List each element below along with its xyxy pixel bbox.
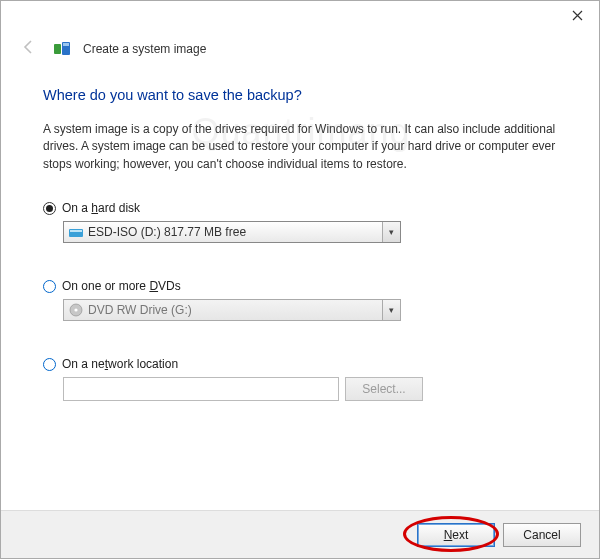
next-button[interactable]: Next	[417, 523, 495, 547]
svg-rect-4	[70, 230, 82, 232]
window-title: Create a system image	[83, 42, 206, 56]
chevron-down-icon: ▾	[382, 300, 400, 320]
system-image-icon	[53, 40, 71, 58]
radio-icon	[43, 358, 56, 371]
svg-point-6	[74, 309, 77, 312]
option-hard-disk: On a hard disk ESD-ISO (D:) 817.77 MB fr…	[43, 201, 559, 243]
radio-label-network: On a network location	[62, 357, 178, 371]
close-icon	[572, 10, 583, 21]
svg-rect-0	[54, 44, 61, 54]
radio-hard-disk[interactable]: On a hard disk	[43, 201, 559, 215]
back-button[interactable]	[17, 37, 41, 61]
radio-network[interactable]: On a network location	[43, 357, 559, 371]
svg-rect-2	[63, 43, 69, 46]
radio-label-dvd: On one or more DVDs	[62, 279, 181, 293]
arrow-left-icon	[21, 39, 37, 55]
header: Create a system image	[1, 31, 599, 65]
chevron-down-icon: ▾	[382, 222, 400, 242]
option-dvd: On one or more DVDs DVD RW Drive (G:) ▾	[43, 279, 559, 321]
cancel-button[interactable]: Cancel	[503, 523, 581, 547]
option-network: On a network location Select...	[43, 357, 559, 401]
hard-disk-value: ESD-ISO (D:) 817.77 MB free	[88, 225, 382, 239]
dvd-value: DVD RW Drive (G:)	[88, 303, 382, 317]
disc-icon	[68, 302, 84, 318]
radio-dvd[interactable]: On one or more DVDs	[43, 279, 559, 293]
drive-icon	[68, 224, 84, 240]
radio-icon	[43, 280, 56, 293]
close-button[interactable]	[555, 1, 599, 29]
content-area: Where do you want to save the backup? A …	[1, 65, 599, 401]
network-path-input[interactable]	[63, 377, 339, 401]
dvd-dropdown[interactable]: DVD RW Drive (G:) ▾	[63, 299, 401, 321]
radio-icon	[43, 202, 56, 215]
footer: Next Cancel	[1, 510, 599, 558]
hard-disk-dropdown[interactable]: ESD-ISO (D:) 817.77 MB free ▾	[63, 221, 401, 243]
radio-label-hard-disk: On a hard disk	[62, 201, 140, 215]
page-heading: Where do you want to save the backup?	[43, 87, 559, 103]
page-description: A system image is a copy of the drives r…	[43, 121, 559, 173]
title-bar	[1, 1, 599, 31]
select-button: Select...	[345, 377, 423, 401]
